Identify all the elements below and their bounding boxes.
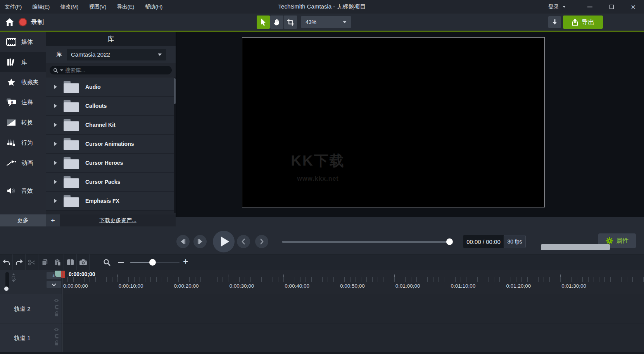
sidebar-item-library[interactable]: 库	[0, 52, 46, 72]
library-folder-audio[interactable]: Audio	[46, 78, 176, 97]
collapse-tracks-button[interactable]	[47, 281, 61, 288]
playhead-line[interactable]	[62, 271, 62, 352]
fps-badge[interactable]: 30 fps	[504, 235, 526, 248]
folder-icon	[64, 81, 79, 93]
download-button[interactable]	[548, 16, 561, 28]
sidebar-more-button[interactable]: 更多	[0, 214, 46, 226]
timeline-zoom-slider-handle[interactable]	[149, 259, 156, 266]
library-select[interactable]: Camtasia 2022	[67, 49, 166, 60]
magnet-icon[interactable]	[54, 304, 59, 309]
sidebar-item-label: 注释	[21, 99, 33, 106]
track-2-header[interactable]: 轨道 2	[0, 294, 62, 323]
library-folder-callouts[interactable]: Callouts	[46, 97, 176, 116]
menu-modify[interactable]: 修改(M)	[60, 3, 78, 10]
sidebar-item-label: 媒体	[21, 38, 33, 46]
crop-tool-button[interactable]	[284, 16, 297, 29]
track-controls	[54, 298, 59, 316]
expand-caret-icon[interactable]	[54, 123, 57, 127]
previous-frame-button[interactable]	[176, 235, 190, 248]
track-height-slider-handle[interactable]	[4, 287, 9, 291]
sidebar-item-animations[interactable]: 动画	[0, 153, 46, 173]
library-search-input[interactable]	[65, 67, 168, 73]
close-button[interactable]	[622, 0, 644, 14]
expand-caret-icon[interactable]	[54, 199, 57, 203]
sidebar-item-audio-effects[interactable]: 音效	[0, 181, 46, 201]
next-frame-button[interactable]	[193, 235, 207, 248]
add-library-asset-button[interactable]	[46, 214, 60, 226]
magnet-icon[interactable]	[54, 333, 59, 338]
timeline-scrollbar-thumb[interactable]	[541, 244, 610, 250]
minimize-button[interactable]	[579, 0, 601, 14]
timeline-zoom-out-button[interactable]	[118, 262, 124, 263]
track-2-content[interactable]	[62, 294, 644, 323]
export-button[interactable]: 导出	[563, 16, 603, 29]
library-folder-cursor-packs[interactable]: Cursor Packs	[46, 173, 176, 192]
expand-caret-icon[interactable]	[54, 161, 57, 165]
track-1-content[interactable]	[62, 323, 644, 352]
next-frame-icon	[197, 239, 203, 244]
film-icon	[6, 38, 16, 46]
expand-caret-icon[interactable]	[54, 142, 57, 146]
preview-canvas[interactable]: KK下载 www.kkx.net	[242, 37, 545, 207]
menu-help[interactable]: 帮助(H)	[145, 3, 163, 10]
split-button[interactable]	[64, 254, 77, 270]
eye-icon[interactable]	[54, 327, 59, 332]
copy-button[interactable]	[38, 254, 51, 270]
library-folder-cursor-heroes[interactable]: Cursor Heroes	[46, 154, 176, 173]
menu-edit[interactable]: 编辑(E)	[32, 3, 50, 10]
maximize-icon	[609, 5, 614, 9]
record-button[interactable]: 录制	[19, 16, 44, 28]
home-icon	[5, 18, 14, 26]
undo-button[interactable]	[0, 254, 13, 270]
next-clip-button[interactable]	[255, 235, 268, 248]
redo-button[interactable]	[13, 254, 26, 270]
play-button[interactable]	[213, 231, 235, 252]
eye-icon[interactable]	[54, 298, 59, 303]
library-scrollbar-thumb[interactable]	[174, 78, 176, 104]
library-field-label: 库	[56, 51, 62, 58]
folder-label: Cursor Animations	[85, 141, 134, 147]
ruler-minor-ticks[interactable]	[62, 277, 644, 282]
select-tool-button[interactable]	[257, 16, 270, 29]
library-bottom-bar: 下载更多资产...	[46, 214, 176, 226]
library-search-box[interactable]	[50, 66, 172, 74]
library-folder-emphasis-fx[interactable]: Emphasis FX	[46, 192, 176, 211]
timeline-toolbar	[0, 254, 644, 270]
track-1-header[interactable]: 轨道 1	[0, 323, 62, 352]
library-folder-channel-kit[interactable]: Channel Kit	[46, 116, 176, 135]
sidebar-item-transitions[interactable]: 转换	[0, 112, 46, 133]
home-button[interactable]	[4, 17, 16, 27]
library-scrollbar[interactable]	[174, 78, 176, 213]
screenshot-button[interactable]	[77, 254, 90, 270]
library-folder-cursor-animations[interactable]: Cursor Animations	[46, 135, 176, 154]
sidebar-item-annotations[interactable]: a 注释	[0, 92, 46, 112]
scrub-slider-handle[interactable]	[446, 238, 453, 245]
expand-caret-icon[interactable]	[54, 104, 57, 108]
menu-file[interactable]: 文件(F)	[5, 3, 22, 10]
download-more-assets-link[interactable]: 下载更多资产...	[60, 214, 176, 226]
lock-open-icon[interactable]	[54, 340, 59, 345]
paste-button[interactable]	[51, 254, 64, 270]
copy-icon	[41, 259, 48, 266]
cut-button[interactable]	[26, 254, 38, 270]
sidebar-item-favorites[interactable]: 收藏夹	[0, 72, 46, 92]
pan-tool-button[interactable]	[270, 16, 283, 29]
menu-export[interactable]: 导出(E)	[117, 3, 135, 10]
login-menu[interactable]: 登录	[548, 3, 566, 10]
menu-view[interactable]: 视图(V)	[89, 3, 107, 10]
lock-open-icon[interactable]	[54, 311, 59, 316]
search-options-chevron-icon[interactable]	[60, 69, 63, 71]
sidebar-item-media[interactable]: 媒体	[0, 32, 46, 52]
track-height-zoom-control[interactable]	[12, 273, 15, 282]
maximize-button[interactable]	[601, 0, 622, 14]
expand-caret-icon[interactable]	[54, 85, 57, 89]
library-search-row	[46, 63, 176, 78]
expand-caret-icon[interactable]	[54, 180, 57, 184]
canvas-zoom-select[interactable]: 43%	[301, 16, 351, 28]
scrub-slider-track[interactable]	[282, 241, 449, 243]
timeline-zoom-in-button[interactable]	[183, 256, 188, 267]
sidebar-item-label: 动画	[21, 159, 33, 167]
sidebar-item-label: 音效	[21, 187, 33, 195]
previous-clip-button[interactable]	[237, 235, 250, 248]
sidebar-item-behaviors[interactable]: 行为	[0, 133, 46, 153]
